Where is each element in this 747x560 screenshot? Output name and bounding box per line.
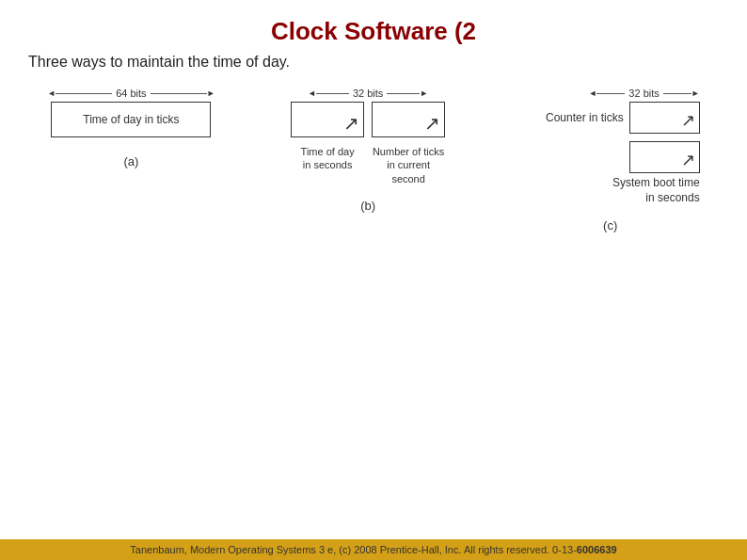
arrow-b2: ↗ — [424, 112, 440, 135]
diagram-a: ◄ 64 bits ► Time of day in ticks (a) — [47, 88, 215, 232]
label-b2: Number of ticksin current second — [372, 145, 445, 185]
bits-label-c: 32 bits — [628, 88, 659, 99]
box-a: Time of day in ticks — [51, 102, 211, 137]
figure-label-b: (b) — [360, 199, 375, 213]
box-a-label: Time of day in ticks — [83, 113, 179, 126]
right-arrow-c: ► — [691, 88, 700, 98]
left-arrow-c: ◄ — [588, 88, 596, 98]
box-b1: ↗ — [291, 102, 364, 137]
label-b1: Time of dayin seconds — [291, 145, 364, 185]
figure-label-a: (a) — [123, 154, 138, 168]
left-arrow-b: ◄ — [308, 88, 316, 98]
figure-label-c: (c) — [603, 218, 617, 232]
box-c2: ↗ — [629, 141, 700, 173]
footer-bold: 6006639 — [577, 544, 617, 555]
box-c2-label: System boot timein seconds — [612, 176, 700, 205]
subtitle: Three ways to maintain the time of day. — [28, 54, 747, 71]
left-arrow-a: ◄ — [47, 88, 56, 98]
box-c1: ↗ — [629, 102, 700, 134]
diagram-b: ◄ 32 bits ► ↗ ↗ Time of dayin seconds Nu… — [291, 88, 445, 232]
box-b2: ↗ — [372, 102, 445, 137]
arrow-c1: ↗ — [681, 110, 695, 131]
page-title: Clock Software (2 — [0, 0, 747, 54]
right-arrow-a: ► — [207, 88, 215, 98]
box-c1-label: Counter in ticks — [546, 111, 624, 124]
bits-label-a: 64 bits — [116, 88, 146, 99]
bits-label-b: 32 bits — [353, 88, 383, 99]
diagram-c: ◄ 32 bits ► Counter in ticks ↗ ↗ — [521, 88, 700, 232]
arrow-c2: ↗ — [681, 150, 695, 170]
arrow-b1: ↗ — [343, 112, 359, 135]
footer-text: Tanenbaum, Modern Operating Systems 3 e,… — [130, 544, 576, 555]
right-arrow-b: ► — [420, 88, 428, 98]
footer: Tanenbaum, Modern Operating Systems 3 e,… — [0, 539, 747, 560]
